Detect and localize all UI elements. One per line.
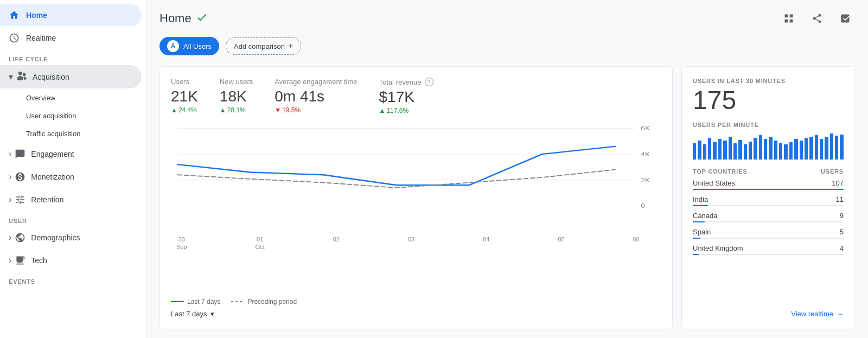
tech-icon (15, 255, 25, 266)
country-row: India 11 (693, 195, 844, 206)
sidebar-sub-item-user-acquisition[interactable]: User acquisition (0, 107, 142, 124)
bar-item (830, 133, 833, 160)
sidebar: Home Realtime LIFE CYCLE ▾ Acquisition O… (0, 0, 146, 338)
metric-label-new-users: New users (220, 78, 253, 86)
country-name: Canada (693, 212, 718, 220)
add-comparison-button[interactable]: Add comparison + (226, 37, 301, 55)
bar-item (789, 142, 793, 160)
content-area: Users 21K ▲ 24.4% New users 18K ▲ 28 (159, 66, 855, 329)
x-label-sep30: 30Sep (176, 235, 187, 251)
countries-col2: USERS (821, 168, 844, 175)
svg-text:4K: 4K (641, 151, 650, 158)
arrow-up-revenue: ▲ (379, 107, 386, 114)
add-comparison-label: Add comparison (234, 42, 285, 50)
country-row-top: Spain 5 (693, 228, 844, 236)
sidebar-sub-item-overview[interactable]: Overview (0, 90, 142, 106)
view-realtime-link[interactable]: View realtime → (693, 305, 844, 318)
metric-engagement: Average engagement time 0m 41s ▼ 19.5% (275, 78, 357, 114)
sidebar-item-acquisition[interactable]: ▾ Acquisition (0, 65, 142, 88)
page-title-icon (196, 11, 208, 26)
bar-item (703, 144, 706, 160)
acquisition-icon (16, 71, 27, 83)
bar-item (698, 141, 701, 160)
sidebar-label-monetization: Monetization (31, 173, 74, 181)
sidebar-item-engagement[interactable]: › Engagement (0, 143, 142, 165)
sidebar-label-overview: Overview (26, 94, 55, 102)
monetization-icon (15, 171, 25, 182)
bar-item (759, 135, 762, 160)
realtime-icon (9, 33, 20, 43)
bar-item (784, 144, 787, 160)
svg-text:6K: 6K (641, 125, 650, 132)
share-button[interactable] (807, 9, 827, 28)
bar-item (744, 144, 747, 160)
date-range-selector[interactable]: Last 7 days ▾ (171, 310, 661, 318)
header-actions (779, 9, 855, 28)
metric-revenue: Total revenue ? $17K ▲ 117.6% (379, 78, 433, 114)
bar-item (779, 143, 782, 160)
metric-change-revenue: ▲ 117.6% (379, 107, 433, 114)
country-row-top: Canada 9 (693, 212, 844, 220)
country-row: United States 107 (693, 179, 844, 190)
arrow-down-engagement: ▼ (275, 106, 281, 114)
bar-item (718, 139, 722, 160)
bar-item (738, 140, 742, 160)
metric-value-revenue: $17K (379, 88, 433, 106)
metric-label-users: Users (171, 78, 198, 86)
country-name: India (693, 195, 708, 203)
x-label-oct02: 02 (333, 235, 340, 251)
bar-item (693, 143, 696, 160)
help-icon-revenue[interactable]: ? (425, 78, 433, 86)
expand-right-icon-demographics: › (9, 233, 11, 243)
country-bar-fill (693, 238, 700, 239)
customize-button[interactable] (779, 9, 799, 28)
sidebar-label-acquisition: Acquisition (33, 73, 69, 81)
sidebar-sub-item-traffic-acquisition[interactable]: Traffic acquisition (0, 125, 142, 142)
sidebar-item-monetization[interactable]: › Monetization (0, 166, 142, 188)
country-users: 5 (840, 228, 844, 236)
country-users: 9 (840, 212, 844, 220)
engagement-icon (15, 149, 25, 160)
countries-col1: TOP COUNTRIES (693, 168, 747, 175)
realtime-count: 175 (693, 86, 844, 115)
legend-solid-line (171, 301, 184, 302)
country-row-top: India 11 (693, 195, 844, 203)
sidebar-item-realtime[interactable]: Realtime (0, 27, 142, 49)
bar-item (764, 139, 767, 160)
sidebar-item-retention[interactable]: › Retention (0, 189, 142, 211)
metric-change-users: ▲ 24.4% (171, 106, 198, 114)
svg-text:0: 0 (641, 203, 645, 209)
expand-right-icon-monetization: › (9, 172, 11, 182)
realtime-bar-chart (693, 132, 844, 160)
country-bar-fill (693, 254, 699, 255)
country-name: Spain (693, 228, 711, 236)
bar-item (794, 139, 797, 160)
insights-button[interactable] (835, 9, 855, 28)
x-label-oct04: 04 (483, 235, 489, 251)
filter-bar: A All Users Add comparison + (159, 37, 855, 55)
sidebar-item-home[interactable]: Home (0, 4, 142, 26)
bar-item (749, 142, 752, 160)
sidebar-item-demographics[interactable]: › Demographics (0, 227, 142, 248)
expand-right-icon-retention: › (9, 195, 11, 205)
sidebar-label-tech: Tech (31, 256, 47, 265)
metric-change-new-users: ▲ 28.1% (220, 106, 253, 114)
metric-value-new-users: 18K (220, 88, 253, 105)
view-realtime-label: View realtime (791, 310, 833, 318)
x-axis-labels: 30Sep 01Oct 02 03 04 05 06 (171, 235, 661, 251)
date-range-label: Last 7 days (171, 310, 207, 318)
sidebar-label-traffic-acquisition: Traffic acquisition (26, 130, 80, 138)
events-section-label: EVENTS (0, 272, 146, 287)
retention-icon (15, 194, 25, 205)
metric-value-engagement: 0m 41s (275, 88, 357, 105)
sidebar-label-retention: Retention (31, 195, 63, 204)
country-users: 4 (840, 244, 844, 252)
sidebar-item-tech[interactable]: › Tech (0, 250, 142, 271)
chart-legend: Last 7 days Preceding period (171, 298, 661, 305)
bar-item (729, 137, 732, 160)
sidebar-label-realtime: Realtime (26, 34, 56, 42)
metric-users: Users 21K ▲ 24.4% (171, 78, 198, 114)
bar-item (733, 143, 737, 160)
main-header: Home (159, 9, 855, 28)
all-users-chip[interactable]: A All Users (159, 37, 219, 55)
